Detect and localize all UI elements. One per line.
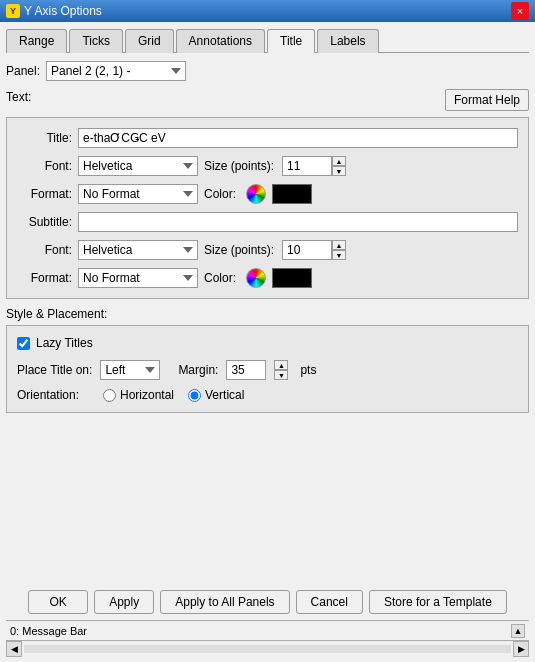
margin-input[interactable] (226, 360, 266, 380)
margin-spinner-btns: ▲ ▼ (274, 360, 288, 380)
title-bar: Y Y Axis Options × (0, 0, 535, 22)
place-title-row: Place Title on: Left Right Center Margin… (17, 360, 518, 380)
title-font-select[interactable]: Helvetica Arial Times New Roman (78, 156, 198, 176)
subtitle-input[interactable] (78, 212, 518, 232)
tab-range[interactable]: Range (6, 29, 67, 53)
subtitle-size-label: Size (points): (204, 243, 274, 257)
text-inner-box: Title: Font: Helvetica Arial Times New R… (6, 117, 529, 299)
vertical-radio-item[interactable]: Vertical (188, 388, 244, 402)
scroll-right-btn[interactable]: ▶ (513, 641, 529, 657)
style-placement-label: Style & Placement: (6, 307, 107, 321)
subtitle-size-row: ▲ ▼ (282, 240, 346, 260)
panel-select[interactable]: Panel 2 (2, 1) - (46, 61, 186, 81)
subtitle-font-select[interactable]: Helvetica Arial Times New Roman (78, 240, 198, 260)
orientation-label: Orientation: (17, 388, 87, 402)
title-field-label: Title: (17, 131, 72, 145)
horizontal-radio-item[interactable]: Horizontal (103, 388, 174, 402)
text-section-header: Text: Format Help (6, 89, 529, 111)
status-scroll-btn[interactable]: ▲ (511, 624, 525, 638)
margin-up-btn[interactable]: ▲ (274, 360, 288, 370)
title-color-box[interactable] (272, 184, 312, 204)
title-size-up-btn[interactable]: ▲ (332, 156, 346, 166)
title-size-label: Size (points): (204, 159, 274, 173)
text-section-label: Text: (6, 90, 31, 104)
subtitle-format-select[interactable]: No Format Bold Italic (78, 268, 198, 288)
title-input[interactable] (78, 128, 518, 148)
window-title: Y Axis Options (24, 4, 102, 18)
buttons-row: OK Apply Apply to All Panels Cancel Stor… (6, 584, 529, 620)
title-size-spinner-btns: ▲ ▼ (332, 156, 346, 176)
tab-annotations[interactable]: Annotations (176, 29, 265, 53)
close-button[interactable]: × (511, 2, 529, 20)
title-size-input[interactable] (282, 156, 332, 176)
title-size-row: ▲ ▼ (282, 156, 346, 176)
place-title-select[interactable]: Left Right Center (100, 360, 160, 380)
subtitle-color-label: Color: (204, 271, 236, 285)
apply-button[interactable]: Apply (94, 590, 154, 614)
tab-labels[interactable]: Labels (317, 29, 378, 53)
pts-label: pts (300, 363, 316, 377)
vertical-label: Vertical (205, 388, 244, 402)
lazy-titles-checkbox[interactable] (17, 337, 30, 350)
title-field-row: Title: (17, 128, 518, 148)
title-format-row: Format: No Format Bold Italic Color: (17, 184, 518, 204)
margin-label: Margin: (178, 363, 218, 377)
subtitle-color-box[interactable] (272, 268, 312, 288)
horizontal-radio[interactable] (103, 389, 116, 402)
subtitle-size-input[interactable] (282, 240, 332, 260)
cancel-button[interactable]: Cancel (296, 590, 363, 614)
subtitle-size-spinner-btns: ▲ ▼ (332, 240, 346, 260)
subtitle-size-up-btn[interactable]: ▲ (332, 240, 346, 250)
subtitle-color-wheel[interactable] (246, 268, 266, 288)
tab-ticks[interactable]: Ticks (69, 29, 123, 53)
vertical-radio[interactable] (188, 389, 201, 402)
style-placement-label-row: Style & Placement: (6, 307, 529, 321)
panel-label: Panel: (6, 64, 40, 78)
style-inner-box: Lazy Titles Place Title on: Left Right C… (6, 325, 529, 413)
margin-down-btn[interactable]: ▼ (274, 370, 288, 380)
tab-title[interactable]: Title (267, 29, 315, 53)
orientation-radio-group: Horizontal Vertical (103, 388, 244, 402)
apply-to-panels-button[interactable]: Apply to All Panels (160, 590, 289, 614)
title-size-down-btn[interactable]: ▼ (332, 166, 346, 176)
place-title-label: Place Title on: (17, 363, 92, 377)
app-icon: Y (6, 4, 20, 18)
subtitle-format-label: Format: (17, 271, 72, 285)
title-format-select[interactable]: No Format Bold Italic (78, 184, 198, 204)
lazy-titles-label: Lazy Titles (36, 336, 93, 350)
format-help-button[interactable]: Format Help (445, 89, 529, 111)
ok-button[interactable]: OK (28, 590, 88, 614)
subtitle-size-down-btn[interactable]: ▼ (332, 250, 346, 260)
horizontal-label: Horizontal (120, 388, 174, 402)
subtitle-font-row: Font: Helvetica Arial Times New Roman Si… (17, 240, 518, 260)
panel-row: Panel: Panel 2 (2, 1) - (6, 61, 529, 81)
horizontal-scroll: ◀ ▶ (6, 640, 529, 656)
orientation-row: Orientation: Horizontal Vertical (17, 388, 518, 402)
title-font-row: Font: Helvetica Arial Times New Roman Si… (17, 156, 518, 176)
title-font-label: Font: (17, 159, 72, 173)
subtitle-format-row: Format: No Format Bold Italic Color: (17, 268, 518, 288)
tabs-row: Range Ticks Grid Annotations Title Label… (6, 28, 529, 53)
store-template-button[interactable]: Store for a Template (369, 590, 507, 614)
subtitle-font-label: Font: (17, 243, 72, 257)
scroll-left-btn[interactable]: ◀ (6, 641, 22, 657)
subtitle-field-label: Subtitle: (17, 215, 72, 229)
main-window: Range Ticks Grid Annotations Title Label… (0, 22, 535, 662)
scroll-track[interactable] (24, 645, 511, 653)
title-color-label: Color: (204, 187, 236, 201)
subtitle-field-row: Subtitle: (17, 212, 518, 232)
tab-grid[interactable]: Grid (125, 29, 174, 53)
title-color-wheel[interactable] (246, 184, 266, 204)
status-text: 0: Message Bar (10, 625, 87, 637)
status-bar: 0: Message Bar ▲ (6, 620, 529, 640)
lazy-titles-row: Lazy Titles (17, 336, 518, 350)
title-format-label: Format: (17, 187, 72, 201)
